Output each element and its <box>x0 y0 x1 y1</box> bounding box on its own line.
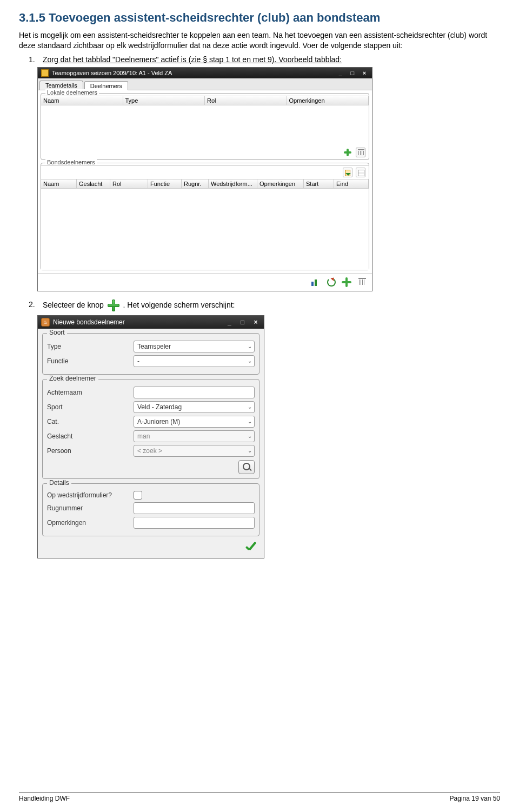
col-naam[interactable]: Naam <box>41 96 123 105</box>
app-icon <box>41 69 49 77</box>
teamopgaven-window: Teamopgaven seizoen 2009/'10: A1 - Veld … <box>37 67 372 291</box>
dialog-maximize[interactable]: □ <box>238 318 248 326</box>
col-rol[interactable]: Rol <box>205 96 287 105</box>
col-type[interactable]: Type <box>123 96 205 105</box>
sport-select[interactable]: Veld - Zaterdag ⌄ <box>134 401 255 413</box>
step-1: 1. Zorg dat het tabblad "Deelnemers" act… <box>29 55 500 64</box>
lokale-legend: Lokale deelnemers <box>45 89 99 96</box>
refresh-icon[interactable] <box>325 276 336 287</box>
dialog-titlebar: ♨ Nieuwe bondsdeelnemer _ □ × <box>38 316 264 329</box>
nieuwe-bondsdeelnemer-dialog: ♨ Nieuwe bondsdeelnemer _ □ × Soort Type… <box>37 315 264 558</box>
sport-label: Sport <box>47 403 134 411</box>
step-2-text-b: . Het volgende scherm verschijnt: <box>123 300 235 309</box>
chevron-down-icon: ⌄ <box>248 404 252 410</box>
page-footer: Handleiding DWF Pagina 19 van 50 <box>19 793 500 802</box>
achternaam-label: Achternaam <box>47 389 134 396</box>
functie-select[interactable]: - ⌄ <box>134 355 255 367</box>
type-select[interactable]: Teamspeler ⌄ <box>134 341 255 352</box>
maximize-button[interactable]: □ <box>348 70 357 76</box>
section-heading: 3.1.5 Toevoegen assistent-scheidsrechter… <box>19 11 500 25</box>
col-b-start[interactable]: Start <box>304 179 334 188</box>
delete-bonds-button[interactable] <box>357 276 368 287</box>
window-titlebar: Teamopgaven seizoen 2009/'10: A1 - Veld … <box>38 68 372 78</box>
col-b-naam[interactable]: Naam <box>41 179 77 188</box>
soort-group: Soort Type Teamspeler ⌄ Functie - ⌄ <box>42 333 260 375</box>
geslacht-value: man <box>137 432 150 440</box>
intro-paragraph: Het is mogelijk om een assistent-scheids… <box>19 30 500 51</box>
geslacht-select[interactable]: man ⌄ <box>134 430 255 442</box>
window-title: Teamopgaven seizoen 2009/'10: A1 - Veld … <box>52 70 335 76</box>
persoon-label: Persoon <box>47 447 134 455</box>
opm-input[interactable] <box>134 517 255 529</box>
lokale-table-header: Naam Type Rol Opmerkingen <box>41 96 369 105</box>
export-icon[interactable] <box>343 168 352 177</box>
footer-right: Pagina 19 van 50 <box>450 795 500 802</box>
zoek-deelnemer-group: Zoek deelnemer Achternaam Sport Veld - Z… <box>42 379 260 479</box>
bonds-legend: Bondsdeelnemers <box>45 159 97 165</box>
minimize-button[interactable]: _ <box>336 70 345 76</box>
functie-label: Functie <box>47 357 134 365</box>
type-value: Teamspeler <box>137 343 171 350</box>
col-b-functie[interactable]: Functie <box>148 179 182 188</box>
dialog-close[interactable]: × <box>251 318 261 326</box>
confirm-button[interactable] <box>244 542 258 554</box>
step-2: 2. Selecteer de knop . Het volgende sche… <box>29 299 500 312</box>
chevron-down-icon: ⌄ <box>248 358 252 364</box>
footer-left: Handleiding DWF <box>19 795 70 802</box>
add-bonds-button[interactable] <box>341 276 352 288</box>
tabs: Teamdetails Deelnemers <box>38 78 372 90</box>
delete-lokale-button[interactable] <box>356 148 365 157</box>
details-legend: Details <box>47 479 71 487</box>
persoon-value: < zoek > <box>137 447 162 455</box>
persoon-select[interactable]: < zoek > ⌄ <box>134 445 255 457</box>
dialog-title: Nieuwe bondsdeelnemer <box>53 318 223 326</box>
add-lokale-button[interactable] <box>343 148 352 157</box>
tab-teamdetails[interactable]: Teamdetails <box>39 81 83 90</box>
details-group: Details Op wedstrijdformulier? Rugnummer… <box>42 483 260 536</box>
cat-value: A-Junioren (M) <box>137 418 180 425</box>
rugnr-input[interactable] <box>134 502 255 514</box>
window-footer-toolbar <box>38 273 372 291</box>
chevron-down-icon: ⌄ <box>248 448 252 454</box>
col-b-geslacht[interactable]: Geslacht <box>77 179 110 188</box>
opwed-label: Op wedstrijdformulier? <box>47 491 134 499</box>
sheet-icon[interactable] <box>356 168 365 177</box>
functie-value: - <box>137 357 139 365</box>
chevron-down-icon: ⌄ <box>248 418 252 424</box>
rugnr-label: Rugnummer <box>47 504 134 512</box>
chart-icon[interactable] <box>310 276 321 287</box>
opwed-checkbox[interactable] <box>134 491 142 500</box>
cat-label: Cat. <box>47 418 134 425</box>
bondsdeelnemers-group: Bondsdeelnemers Naam Geslacht Rol Functi… <box>41 163 369 270</box>
java-icon: ♨ <box>41 318 50 327</box>
col-b-rugnr[interactable]: Rugnr. <box>182 179 209 188</box>
lokale-deelnemers-group: Lokale deelnemers Naam Type Rol Opmerkin… <box>41 93 369 160</box>
dialog-minimize[interactable]: _ <box>224 318 234 326</box>
plus-icon <box>107 299 120 312</box>
step-1-text-b: stap 1 tot en met 9). Voorbeeld tabblad: <box>209 55 342 64</box>
chevron-down-icon: ⌄ <box>248 343 252 349</box>
col-b-rol[interactable]: Rol <box>110 179 148 188</box>
chevron-down-icon: ⌄ <box>248 433 252 439</box>
close-button[interactable]: × <box>360 70 369 76</box>
achternaam-input[interactable] <box>134 387 255 398</box>
soort-legend: Soort <box>47 329 67 336</box>
geslacht-label: Geslacht <box>47 432 134 440</box>
col-opm[interactable]: Opmerkingen <box>287 96 369 105</box>
opm-label: Opmerkingen <box>47 519 134 527</box>
col-b-opm[interactable]: Opmerkingen <box>257 179 304 188</box>
search-button[interactable] <box>238 460 255 474</box>
sport-value: Veld - Zaterdag <box>137 403 182 411</box>
bonds-table-header: Naam Geslacht Rol Functie Rugnr. Wedstri… <box>41 179 369 189</box>
cat-select[interactable]: A-Junioren (M) ⌄ <box>134 416 255 428</box>
type-label: Type <box>47 343 134 350</box>
step-1-text-a: Zorg dat het tabblad "Deelnemers" actief… <box>43 55 207 64</box>
step-2-text-a: Selecteer de knop <box>43 300 106 309</box>
col-b-wedform[interactable]: Wedstrijdform... <box>209 179 257 188</box>
col-b-eind[interactable]: Eind <box>334 179 369 188</box>
zoek-legend: Zoek deelnemer <box>47 375 98 382</box>
